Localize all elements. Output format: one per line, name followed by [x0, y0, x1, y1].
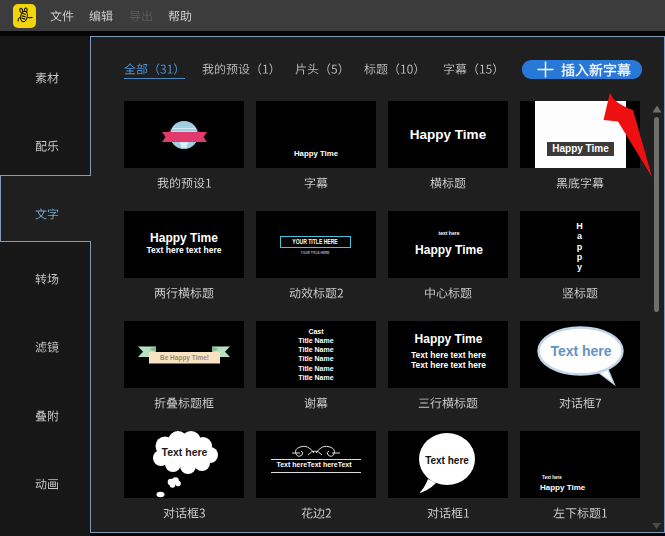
svg-text:Text here: Text here: [550, 343, 611, 359]
svg-text:Text here: Text here: [162, 446, 208, 458]
svg-text:Text here: Text here: [425, 455, 469, 466]
